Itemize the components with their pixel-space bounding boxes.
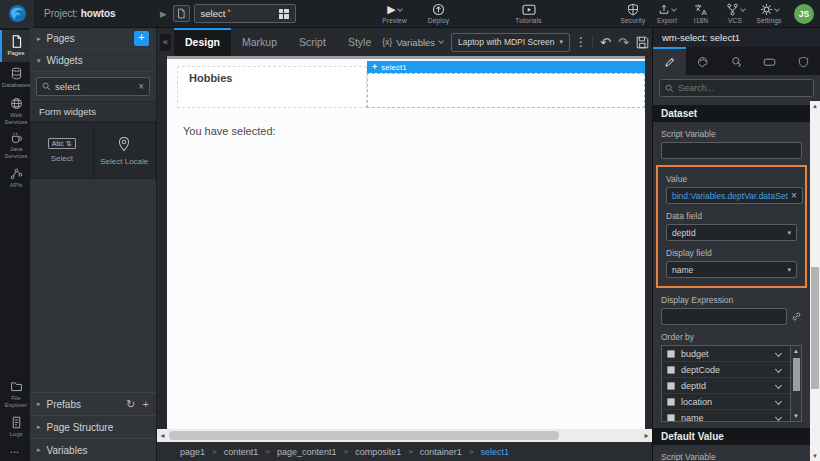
- rail-item-web-services[interactable]: Web Services: [0, 94, 30, 128]
- clear-search-icon[interactable]: ×: [138, 81, 144, 92]
- properties-vertical-scrollbar[interactable]: ▲ ▼: [810, 101, 820, 461]
- widget-selection-bar[interactable]: + select1: [367, 61, 645, 73]
- rail-item-databases[interactable]: Databases: [0, 62, 30, 94]
- label-widget-hobbies[interactable]: Hobbies: [177, 66, 367, 108]
- breadcrumb-container1[interactable]: container1: [420, 447, 462, 457]
- horizontal-scroll-thumb[interactable]: [169, 431, 559, 440]
- page-file-icon[interactable]: [173, 5, 190, 22]
- tab-script[interactable]: Script: [288, 28, 337, 56]
- tab-properties[interactable]: [653, 47, 686, 75]
- dataset-section-header[interactable]: Dataset: [653, 105, 810, 122]
- app-logo[interactable]: [0, 0, 34, 28]
- vcs-button[interactable]: VCS: [718, 0, 752, 28]
- deploy-button[interactable]: Deploy: [422, 0, 456, 28]
- widget-card-select[interactable]: Abc⇅ Select: [31, 123, 93, 178]
- rail-more-icon[interactable]: •••: [0, 443, 30, 461]
- canvas-horizontal-scrollbar[interactable]: ◂ ▸: [157, 429, 652, 442]
- rail-item-java-services[interactable]: Java Services: [0, 128, 30, 162]
- widget-card-select-locale[interactable]: Select Locale: [94, 123, 156, 178]
- prefabs-accordion[interactable]: ▸ Prefabs ↻ +: [30, 392, 156, 415]
- scroll-up-icon[interactable]: ▲: [812, 101, 818, 111]
- scroll-right-icon[interactable]: ▸: [641, 431, 652, 440]
- rail-item-apis[interactable]: APIs: [0, 162, 30, 194]
- checkbox[interactable]: [667, 414, 675, 422]
- breadcrumb-composite1[interactable]: composite1: [355, 447, 401, 457]
- vertical-scroll-thumb[interactable]: [811, 267, 819, 389]
- add-prefab-icon[interactable]: +: [143, 398, 149, 411]
- widgets-accordion[interactable]: ▾ Widgets: [30, 50, 156, 72]
- preview-button[interactable]: ▶ Preview: [378, 0, 412, 28]
- breadcrumb-page1[interactable]: page1: [180, 447, 205, 457]
- add-page-button[interactable]: +: [134, 31, 149, 46]
- breadcrumb-content1[interactable]: content1: [224, 447, 259, 457]
- scroll-down-icon[interactable]: ▼: [793, 411, 799, 421]
- order-by-scrollbar[interactable]: ▲ ▼: [790, 346, 801, 421]
- order-by-option-deptCode[interactable]: deptCode: [662, 362, 790, 378]
- order-by-scroll-thumb[interactable]: [793, 358, 800, 391]
- save-icon[interactable]: [636, 36, 649, 49]
- scroll-up-icon[interactable]: ▲: [793, 346, 799, 356]
- tutorials-button[interactable]: Tutorials: [512, 0, 546, 28]
- display-field-select[interactable]: name ▾: [666, 261, 797, 278]
- checkbox[interactable]: [667, 398, 675, 406]
- more-options-icon[interactable]: ⋮: [575, 35, 587, 49]
- chevron-down-icon[interactable]: [775, 366, 782, 373]
- value-binding-input[interactable]: bind:Variables.deptVar.dataSet ×: [666, 187, 803, 204]
- bind-link-icon[interactable]: [791, 311, 802, 322]
- undo-icon[interactable]: ↶: [600, 36, 611, 49]
- chevron-down-icon[interactable]: [775, 414, 782, 421]
- tab-design[interactable]: Design: [174, 28, 231, 56]
- order-by-option-location[interactable]: location: [662, 394, 790, 410]
- tab-device[interactable]: [753, 47, 786, 75]
- i18n-button[interactable]: A I18N: [684, 0, 718, 28]
- variables-accordion[interactable]: ▸ Variables: [30, 438, 156, 461]
- page-tab-select[interactable]: select *: [194, 4, 296, 23]
- data-field-select[interactable]: deptId ▾: [666, 224, 797, 241]
- display-expression-input[interactable]: [661, 308, 787, 325]
- clear-binding-icon[interactable]: ×: [791, 190, 797, 201]
- chevron-down-icon[interactable]: [775, 350, 782, 357]
- caret-down-icon: ▾: [787, 266, 791, 274]
- user-avatar[interactable]: JS: [794, 4, 814, 24]
- settings-button[interactable]: Settings: [752, 0, 786, 28]
- folder-icon: [10, 380, 23, 393]
- order-by-option-deptId[interactable]: deptId: [662, 378, 790, 394]
- checkbox[interactable]: [667, 382, 675, 390]
- collapse-left-panel-button[interactable]: «: [160, 34, 171, 51]
- tab-events[interactable]: [720, 47, 753, 75]
- tab-markup[interactable]: Markup: [231, 28, 288, 56]
- chevron-down-icon[interactable]: [775, 382, 782, 389]
- security-button[interactable]: Security: [616, 0, 650, 28]
- page-structure-accordion[interactable]: ▸ Page Structure: [30, 415, 156, 438]
- breadcrumb-select1[interactable]: select1: [481, 447, 510, 457]
- breadcrumb-page-content1[interactable]: page_content1: [277, 447, 337, 457]
- export-button[interactable]: Export: [650, 0, 684, 28]
- dashboard-grid-icon[interactable]: [279, 9, 289, 19]
- checkbox[interactable]: [667, 366, 675, 374]
- properties-search-input[interactable]: [678, 83, 808, 93]
- select1-dropdown[interactable]: [367, 73, 645, 108]
- rail-item-file-explorer[interactable]: File Explorer: [0, 377, 30, 411]
- page-canvas[interactable]: Hobbies + select1 You have selected:: [167, 56, 645, 429]
- scroll-down-icon[interactable]: ▼: [812, 451, 818, 461]
- redo-icon[interactable]: ↷: [618, 36, 629, 49]
- page-structure-label: Page Structure: [47, 422, 114, 433]
- tab-security[interactable]: [787, 47, 820, 75]
- rail-item-pages[interactable]: Pages: [0, 30, 30, 62]
- checkbox[interactable]: [667, 350, 675, 358]
- pages-accordion[interactable]: ▸ Pages +: [30, 28, 156, 50]
- order-by-option-budget[interactable]: budget: [662, 346, 790, 362]
- select1-widget[interactable]: + select1: [367, 61, 645, 108]
- tab-styles[interactable]: [686, 47, 719, 75]
- rail-item-logs[interactable]: Logs: [0, 411, 30, 443]
- variables-dropdown[interactable]: {x} Variables: [382, 37, 443, 48]
- chevron-down-icon[interactable]: [775, 398, 782, 405]
- refresh-prefabs-icon[interactable]: ↻: [126, 398, 135, 411]
- device-selector[interactable]: Laptop with MDPI Screen ▾: [451, 33, 570, 52]
- script-variable-input[interactable]: [661, 142, 802, 159]
- tab-style[interactable]: Style: [337, 28, 382, 56]
- order-by-option-name[interactable]: name: [662, 410, 790, 422]
- default-value-section-header[interactable]: Default Value: [653, 428, 810, 445]
- widget-search-input[interactable]: [55, 81, 134, 92]
- scroll-left-icon[interactable]: ◂: [157, 431, 168, 440]
